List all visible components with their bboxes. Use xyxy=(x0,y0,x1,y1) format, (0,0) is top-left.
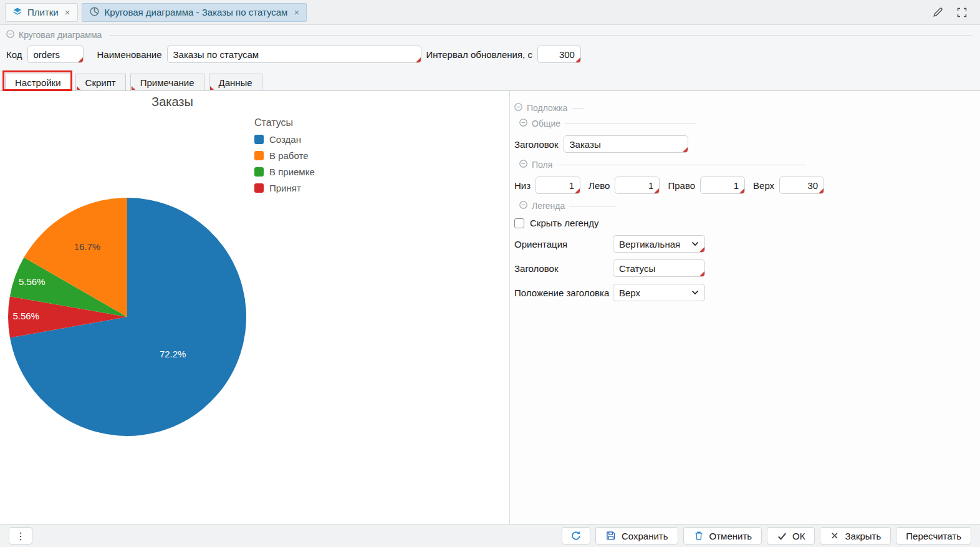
window-tab-label: Плитки xyxy=(27,7,59,17)
orientation-select[interactable]: Вертикальная xyxy=(613,235,705,253)
select-value: Верх xyxy=(619,288,640,298)
hide-legend-label: Скрыть легенду xyxy=(530,218,599,228)
collapse-icon[interactable] xyxy=(514,103,522,113)
tab-label: Примечание xyxy=(140,77,195,88)
expand-icon[interactable] xyxy=(956,7,968,18)
save-button[interactable]: Сохранить xyxy=(595,527,678,545)
group-legend: Легенда xyxy=(519,201,971,211)
footer-actions: Сохранить Отменить ОК Закрыть Пересчитат… xyxy=(562,527,971,545)
collapse-icon[interactable] xyxy=(519,119,527,128)
layers-icon xyxy=(12,7,22,18)
legend-item[interactable]: В приемке xyxy=(254,167,315,177)
pie-slice-label: 72.2% xyxy=(160,349,186,359)
group-title: Общие xyxy=(532,119,560,128)
collapse-icon[interactable] xyxy=(519,160,527,170)
save-icon xyxy=(605,530,617,541)
margin-top-label: Верх xyxy=(753,180,774,191)
refresh-icon xyxy=(570,530,582,541)
pie-slice-label: 5.56% xyxy=(19,276,46,287)
pie-chart-icon xyxy=(89,6,100,19)
close-icon xyxy=(830,531,840,541)
settings-panel: Подложка Общие Заголовок Поля xyxy=(510,91,980,524)
group-title: Поля xyxy=(532,160,552,170)
margin-right-input[interactable] xyxy=(700,177,745,194)
margin-left-input[interactable] xyxy=(615,177,660,194)
ok-button[interactable]: ОК xyxy=(767,527,815,545)
modified-marker xyxy=(210,86,214,90)
title-position-select[interactable]: Верх xyxy=(613,284,705,301)
tab-label: Настройки xyxy=(15,77,61,88)
legend-swatch xyxy=(254,135,264,144)
name-input[interactable] xyxy=(167,46,421,63)
tab-settings[interactable]: Настройки xyxy=(5,74,71,91)
select-value: Вертикальная xyxy=(619,239,680,249)
tab-script[interactable]: Скрипт xyxy=(75,74,126,91)
code-input[interactable] xyxy=(27,46,84,63)
legend-label: Создан xyxy=(269,134,301,145)
legend-item[interactable]: Принят xyxy=(254,183,315,193)
group-header-pie: Круговая диаграмма xyxy=(0,25,980,40)
pie-slice-label: 5.56% xyxy=(12,311,39,321)
tab-close-icon[interactable]: × xyxy=(294,7,299,17)
main-form-row: Код Наименование Интервал обновления, с xyxy=(0,40,980,69)
margin-bottom-input[interactable] xyxy=(536,177,580,194)
group-title: Подложка xyxy=(527,103,567,113)
pencil-icon[interactable] xyxy=(932,6,944,18)
refresh-button[interactable] xyxy=(562,527,590,545)
collapse-icon[interactable] xyxy=(519,201,527,211)
group-divider xyxy=(565,123,696,124)
chart-canvas: 72.2%5.56%5.56%16.7% Заказы Статусы Созд… xyxy=(5,94,340,524)
group-title: Легенда xyxy=(532,201,565,211)
group-divider xyxy=(569,206,616,206)
close-button[interactable]: Закрыть xyxy=(820,527,891,545)
legend-label: В приемке xyxy=(269,167,315,177)
legend-title-row: Заголовок xyxy=(514,259,971,277)
name-label: Наименование xyxy=(97,49,162,60)
group-backdrop: Подложка xyxy=(514,103,971,113)
legend-title-label: Заголовок xyxy=(514,263,613,274)
legend-label: В работе xyxy=(269,150,309,161)
pie-slice-label: 16.7% xyxy=(74,241,101,252)
button-label: Закрыть xyxy=(845,531,881,541)
margin-top-input[interactable] xyxy=(779,177,824,194)
legend-item[interactable]: В работе xyxy=(254,150,315,161)
margins-row: Низ Лево Право Верх xyxy=(514,177,971,194)
window-tab-tiles[interactable]: Плитки × xyxy=(5,3,78,22)
more-menu-button[interactable]: ⋮ xyxy=(9,527,32,545)
tab-data[interactable]: Данные xyxy=(209,74,262,91)
trash-icon xyxy=(693,530,704,541)
group-margins: Поля xyxy=(519,160,971,170)
code-label: Код xyxy=(6,49,22,60)
legend-title: Статусы xyxy=(254,117,315,128)
button-label: Отменить xyxy=(709,531,752,541)
cancel-button[interactable]: Отменить xyxy=(683,527,762,545)
button-label: ОК xyxy=(792,531,805,541)
chart-title: Заказы xyxy=(5,95,340,109)
recalculate-button[interactable]: Пересчитать xyxy=(896,527,971,545)
chevron-down-icon xyxy=(691,241,699,246)
editor-header: Круговая диаграмма Код Наименование Инте… xyxy=(0,25,980,91)
tab-label: Скрипт xyxy=(85,77,116,88)
modified-marker xyxy=(132,86,135,90)
settings-tabstrip: Настройки Скрипт Примечание Данные xyxy=(0,69,980,91)
window-tab-pie-chart[interactable]: Круговая диаграмма - Заказы по статусам … xyxy=(82,3,307,22)
collapse-icon[interactable] xyxy=(6,30,14,40)
margin-bottom-label: Низ xyxy=(514,180,531,191)
group-divider xyxy=(572,108,584,109)
topbar-actions xyxy=(932,6,974,18)
hide-legend-checkbox[interactable] xyxy=(514,218,524,228)
title-position-label: Положение заголовка xyxy=(514,288,613,298)
group-general: Общие xyxy=(519,119,971,128)
chart-preview-panel: 72.2%5.56%5.56%16.7% Заказы Статусы Созд… xyxy=(0,91,509,524)
group-title: Круговая диаграмма xyxy=(19,30,102,40)
orientation-label: Ориентация xyxy=(514,239,613,249)
chevron-down-icon xyxy=(691,290,699,295)
chart-title-input[interactable] xyxy=(564,135,688,153)
legend-item[interactable]: Создан xyxy=(254,134,315,145)
tab-note[interactable]: Примечание xyxy=(130,74,204,91)
main-content: 72.2%5.56%5.56%16.7% Заказы Статусы Созд… xyxy=(0,91,980,524)
legend-title-input[interactable] xyxy=(613,259,705,277)
tab-label: Данные xyxy=(219,77,252,88)
tab-close-icon[interactable]: × xyxy=(65,7,70,17)
interval-input[interactable] xyxy=(537,46,581,63)
